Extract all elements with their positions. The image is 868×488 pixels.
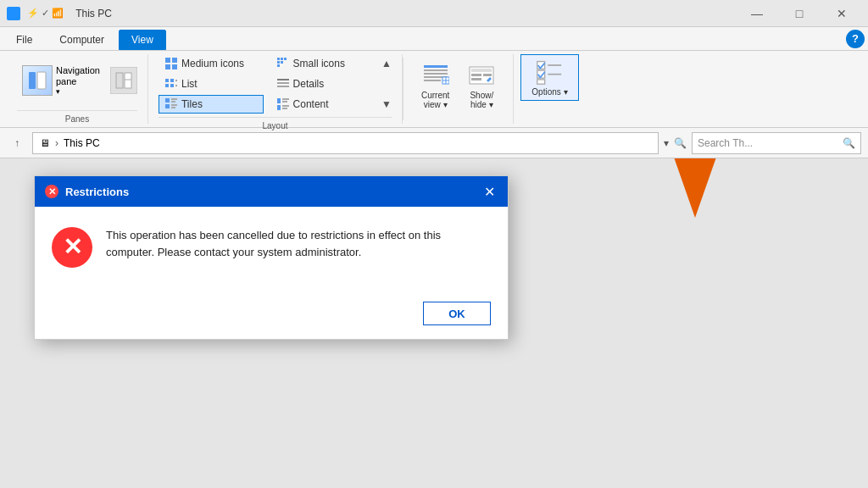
search-icon: 🔍 [843, 137, 855, 149]
navigation-pane-button[interactable]: Navigationpane ▾ [17, 64, 105, 97]
quick-access: ⚡ ✓ 📶 [27, 8, 64, 19]
window-title: This PC [75, 8, 112, 19]
svg-rect-20 [171, 107, 175, 108]
address-bar: ↑ 🖥 › This PC ▾ 🔍 Search Th... 🔍 [0, 128, 868, 158]
medium-icons-label: Medium icons [181, 58, 244, 69]
show-hide-label: Show/hide ▾ [470, 91, 493, 109]
small-icons-label: Small icons [293, 58, 345, 69]
options-button[interactable]: Options ▾ [520, 54, 578, 101]
svg-rect-25 [281, 61, 283, 64]
nav-pane-icon [22, 65, 53, 96]
layout-small-icons[interactable]: Small icons [270, 54, 376, 73]
layout-group-label: Layout [159, 117, 392, 130]
svg-rect-26 [277, 64, 280, 67]
content-label: Content [293, 98, 329, 110]
dialog-footer: OK [35, 291, 508, 339]
svg-rect-47 [483, 74, 492, 76]
up-button[interactable]: ↑ [7, 133, 27, 153]
ribbon-body: Navigationpane ▾ Panes [0, 51, 868, 127]
dialog-title-icon: ✕ [45, 185, 58, 198]
error-x-mark: ✕ [63, 236, 82, 259]
tab-computer[interactable]: Computer [47, 30, 117, 50]
tiles-label: Tiles [181, 98, 203, 110]
svg-rect-19 [171, 104, 177, 106]
title-bar: ⚡ ✓ 📶 This PC — □ ✕ [0, 0, 868, 27]
layout-content[interactable]: Content [270, 95, 376, 114]
svg-rect-5 [165, 58, 170, 63]
panes-group-content: Navigationpane ▾ [17, 54, 137, 107]
svg-rect-33 [277, 105, 281, 110]
svg-rect-22 [281, 58, 283, 60]
svg-rect-36 [424, 65, 448, 68]
scroll-up-icon[interactable]: ▲ [381, 58, 392, 69]
svg-rect-7 [165, 64, 170, 69]
path-separator: › [55, 137, 58, 149]
preview-pane-button[interactable] [110, 67, 137, 94]
medium-icons-icon [164, 57, 178, 70]
svg-rect-30 [277, 98, 281, 103]
maximize-button[interactable]: □ [780, 0, 819, 27]
search-placeholder: Search Th... [698, 137, 753, 149]
view-group-content: Currentview ▾ Show/hide ▾ [414, 54, 503, 124]
content-icon [276, 97, 290, 111]
svg-rect-23 [284, 58, 287, 60]
svg-rect-18 [165, 104, 170, 108]
navigation-pane-arrow: ▾ [56, 87, 100, 96]
layout-list[interactable]: List [159, 75, 264, 93]
svg-rect-38 [424, 73, 448, 75]
dialog-message: This operation has been cancelled due to… [106, 227, 491, 260]
layout-scroll: ▲ ▼ [381, 54, 392, 114]
scroll-down-icon[interactable]: ▼ [381, 98, 392, 110]
content-area: ✕ Restrictions ✕ ✕ This operation has be… [0, 158, 868, 488]
search-box[interactable]: Search Th... 🔍 [692, 132, 861, 154]
current-view-label: Currentview ▾ [421, 91, 449, 109]
dialog-title-text: Restrictions [65, 186, 129, 198]
current-view-icon [422, 62, 449, 89]
ok-button[interactable]: OK [423, 302, 491, 325]
svg-rect-16 [171, 98, 177, 100]
svg-rect-37 [424, 69, 448, 71]
svg-rect-34 [282, 105, 289, 107]
path-icon: 🖥 [40, 137, 50, 149]
layout-group-content: Medium icons [159, 54, 392, 114]
svg-rect-12 [170, 84, 174, 87]
tab-file[interactable]: File [3, 30, 45, 50]
layout-details[interactable]: Details [270, 75, 376, 93]
layout-group: Medium icons [148, 54, 403, 124]
help-button[interactable]: ? [846, 30, 865, 48]
layout-tiles[interactable]: Tiles [159, 95, 264, 114]
svg-rect-24 [277, 61, 280, 64]
show-hide-button[interactable]: Show/hide ▾ [460, 58, 503, 114]
show-hide-icon [468, 62, 495, 89]
svg-rect-11 [165, 84, 169, 87]
svg-rect-45 [471, 69, 492, 72]
history-icon[interactable]: 🔍 [674, 137, 687, 149]
restrictions-dialog: ✕ Restrictions ✕ ✕ This operation has be… [34, 175, 509, 340]
svg-rect-21 [277, 58, 280, 60]
address-path[interactable]: 🖥 › This PC [32, 132, 659, 154]
current-view-button[interactable]: Currentview ▾ [414, 58, 457, 114]
svg-rect-40 [424, 80, 441, 81]
close-button[interactable]: ✕ [822, 0, 861, 27]
title-bar-left: ⚡ ✓ 📶 This PC [7, 7, 112, 20]
ribbon: File Computer View ? [0, 27, 868, 128]
minimize-button[interactable]: — [737, 0, 776, 27]
options-label: Options ▾ [531, 87, 567, 97]
svg-rect-15 [165, 98, 170, 103]
panes-group: Navigationpane ▾ Panes [7, 54, 148, 124]
options-icon [536, 58, 563, 86]
dropdown-arrow[interactable]: ▾ [664, 137, 669, 149]
svg-rect-1 [37, 72, 46, 89]
list-label: List [181, 78, 198, 90]
dialog-overlay: ✕ Restrictions ✕ ✕ This operation has be… [0, 158, 868, 488]
layout-medium-icons[interactable]: Medium icons [159, 54, 264, 73]
svg-rect-3 [125, 73, 131, 88]
svg-rect-17 [171, 101, 175, 103]
svg-rect-2 [116, 73, 123, 88]
dialog-close-button[interactable]: ✕ [481, 183, 498, 200]
tab-view[interactable]: View [119, 30, 166, 50]
svg-rect-35 [282, 108, 287, 109]
svg-rect-0 [29, 72, 36, 89]
view-group: Currentview ▾ Show/hide ▾ [403, 54, 514, 124]
list-icon [164, 77, 178, 91]
